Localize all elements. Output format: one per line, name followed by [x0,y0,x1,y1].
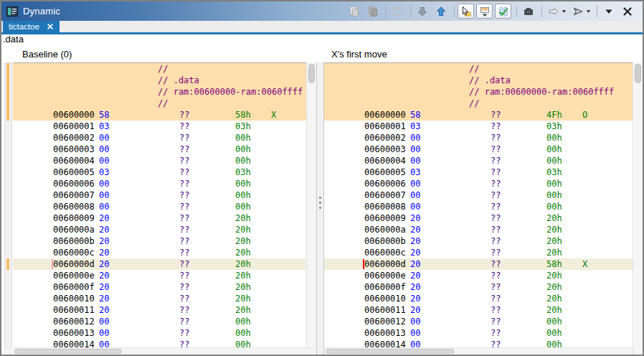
memory-row[interactable]: 0060000300??00h [13,144,306,155]
memory-row[interactable]: 0060000b20??20h [13,235,306,247]
memory-row[interactable]: 0060000103??03h [13,121,306,132]
memory-row[interactable]: 0060000a20??20h [324,224,633,235]
memory-row[interactable]: 0060000400??00h [324,155,633,167]
vertical-scrollbar[interactable] [633,62,643,355]
mnemonic-cell: ?? [491,212,501,224]
memory-row[interactable]: 0060001200??00h [13,316,306,327]
scrollbar-thumb[interactable] [326,349,455,354]
memory-row[interactable]: 0060001300??00h [13,327,306,339]
memory-row[interactable]: 0060000700??00h [324,189,633,201]
tab-tictactoe[interactable]: tictactoe [3,21,60,32]
track-location-button[interactable] [569,4,586,19]
memory-row[interactable]: 0060001300??00h [324,327,633,339]
memory-row[interactable]: 0060000f20??20h [324,281,633,293]
comment-line: // [158,63,168,75]
byte-cell: 20 [410,258,420,270]
mnemonic-cell: ?? [179,327,189,339]
scrollbar-thumb[interactable] [14,349,122,354]
refresh-button[interactable] [389,4,405,19]
vertical-scrollbar[interactable] [306,62,316,355]
address-cell: 00600013 [364,327,406,339]
memory-row[interactable]: 0060000200??00h [324,132,633,144]
memory-row[interactable]: 0060000200??00h [13,132,306,144]
memory-row[interactable]: 0060001020??20h [324,293,633,304]
select-cursor-button[interactable] [458,4,474,19]
horizontal-scrollbar[interactable] [324,347,633,355]
snapshot-camera-button[interactable] [520,4,536,19]
address-cell: 00600008 [53,201,95,212]
mnemonic-cell: ?? [491,121,501,132]
byte-cell: 00 [410,144,420,155]
memory-row[interactable]: 0060000800??00h [13,201,306,212]
listing-panel-baseline: //// .data// ram:00600000-ram:0060ffff//… [13,62,306,355]
memory-row[interactable]: 0060000d20??58hX [324,258,633,270]
mnemonic-cell: ?? [179,304,189,316]
section-label: .data [3,34,24,44]
byte-cell: 20 [410,212,420,224]
listing-format-icon [479,6,491,17]
scrollbar-thumb[interactable] [635,64,641,83]
memory-row[interactable]: 0060000503??03h [324,167,633,178]
mnemonic-cell: ?? [491,109,501,121]
paste-button[interactable] [364,4,380,19]
value-cell: 00h [235,316,251,327]
goto-arrow-button[interactable] [545,4,562,19]
byte-cell: 20 [99,247,109,258]
memory-row[interactable]: 0060001120??20h [324,304,633,316]
comment-line: // ram:00600000-ram:0060ffff [158,86,303,98]
value-cell: 20h [235,270,251,281]
scrollbar-thumb[interactable] [308,64,315,83]
value-cell: 58h [235,109,251,121]
copy-button[interactable] [345,4,361,19]
memory-row[interactable]: 0060000e20??20h [324,270,633,281]
memory-row[interactable]: 0060000400??00h [13,155,306,167]
arrow-down-button[interactable] [414,4,430,19]
toolbar-separator [385,6,386,17]
memory-row[interactable]: 0060000d20??20h [13,258,306,270]
goto-arrow-dropdown-caret-icon[interactable] [562,9,567,14]
byte-cell: 03 [410,167,420,178]
memory-row[interactable]: 0060000600??00h [324,178,633,189]
memory-row[interactable]: 0060000058??58hX [13,109,306,121]
horizontal-scrollbar[interactable] [4,347,316,355]
arrow-up-button[interactable] [432,4,449,19]
diff-view-icon [498,6,509,17]
memory-row[interactable]: 0060000700??00h [13,189,306,201]
memory-row[interactable]: 0060000103??03h [324,121,633,132]
memory-row[interactable]: 0060001120??20h [13,304,306,316]
close-button[interactable] [619,4,635,19]
tab-close-icon[interactable] [47,23,54,30]
memory-row[interactable]: 0060000800??00h [324,201,633,212]
memory-row[interactable]: 0060000c20??20h [13,247,306,258]
paste-icon [366,6,378,17]
address-cell: 00600004 [364,155,406,167]
memory-row[interactable]: 0060000a20??20h [13,224,306,235]
memory-row[interactable]: 0060000f20??20h [13,281,306,293]
address-cell: 00600000 [364,109,406,121]
address-cell: 0060000c [53,247,95,258]
memory-row[interactable]: 0060000058??4FhO [324,109,633,121]
mnemonic-cell: ?? [179,270,189,281]
memory-row[interactable]: 0060000503??03h [13,167,306,178]
mnemonic-cell: ?? [179,144,189,155]
memory-row[interactable]: 0060000920??20h [13,212,306,224]
panel-splitter[interactable] [316,62,324,355]
menu-caret-button[interactable] [600,4,617,19]
memory-row[interactable]: 0060001020??20h [13,293,306,304]
memory-row[interactable]: 0060000b20??20h [324,235,633,247]
track-location-dropdown-caret-icon[interactable] [586,9,591,14]
listing-format-button[interactable] [476,4,493,19]
byte-cell: 03 [410,121,420,132]
memory-row[interactable]: 0060001200??00h [324,316,633,327]
memory-row[interactable]: 0060000e20??20h [13,270,306,281]
mnemonic-cell: ?? [491,189,501,201]
change-marker [6,258,9,270]
value-cell: 20h [546,304,562,316]
diff-view-button[interactable] [495,4,511,19]
memory-row[interactable]: 0060000300??00h [324,144,633,155]
memory-row[interactable]: 0060000920??20h [324,212,633,224]
comment-line: // [469,63,479,75]
memory-row[interactable]: 0060000600??00h [13,178,306,189]
memory-row[interactable]: 0060000c20??20h [324,247,633,258]
address-cell: 0060000f [53,281,95,293]
